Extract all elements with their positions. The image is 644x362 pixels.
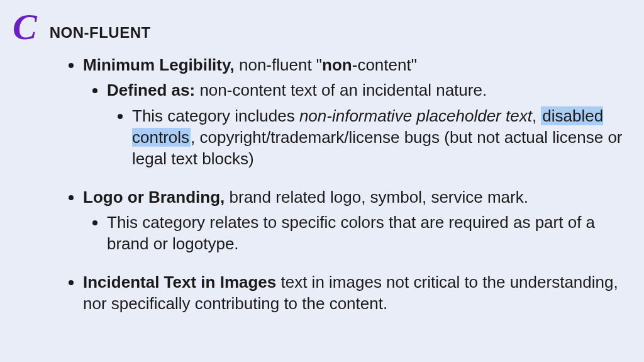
list-item: Defined as: non-content text of an incid…	[107, 79, 625, 169]
item-text: brand related logo, symbol, service mark…	[225, 188, 528, 206]
item-text-bold: non	[322, 55, 352, 74]
list-item: This category relates to specific colors…	[107, 212, 625, 255]
item-text: This category relates to specific colors…	[107, 213, 595, 253]
section-letter: C	[13, 9, 37, 45]
content-body: Minimum Legibility, non-fluent "non-cont…	[13, 54, 625, 314]
item-label: Logo or Branding,	[83, 188, 225, 206]
item-text: non-fluent "	[235, 55, 322, 74]
item-label: Incidental Text in Images	[83, 273, 276, 291]
item-text: -content"	[352, 55, 417, 74]
section-title: NON-FLUENT	[50, 24, 151, 42]
item-label: Defined as:	[107, 81, 195, 99]
item-text: ,	[532, 106, 541, 125]
list-item: This category includes non-informative p…	[132, 105, 625, 170]
item-text: This category includes	[132, 106, 299, 125]
header: C NON-FLUENT	[13, 13, 625, 45]
list-item: Logo or Branding, brand related logo, sy…	[83, 186, 625, 255]
item-text: non-content text of an incidental nature…	[195, 81, 487, 99]
item-label: Minimum Legibility,	[83, 55, 235, 74]
list-item: Incidental Text in Images text in images…	[83, 271, 625, 315]
item-text-emphasis: non-informative placeholder text	[299, 106, 532, 125]
item-text: , copyright/trademark/license bugs (but …	[132, 128, 623, 168]
list-item: Minimum Legibility, non-fluent "non-cont…	[83, 54, 625, 170]
